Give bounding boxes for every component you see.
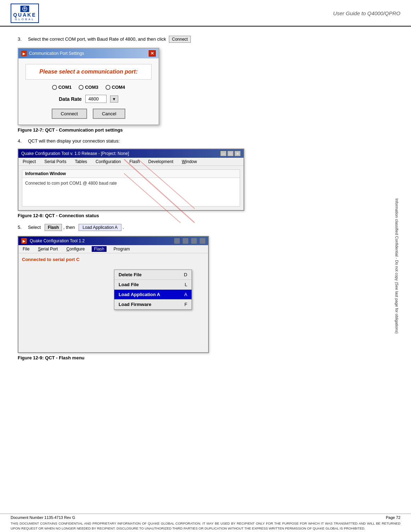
connect-inline-button[interactable]: Connect bbox=[169, 36, 191, 43]
figure-8-container: Quake Configuration Tool v. 1.0 Release … bbox=[18, 149, 393, 218]
delete-file-label: Delete File bbox=[119, 272, 142, 277]
radio-com1[interactable]: COM1 bbox=[52, 85, 72, 90]
dialog-buttons: Connect Cancel bbox=[25, 109, 152, 119]
load-file-label: Load File bbox=[119, 282, 139, 287]
figure-9-container: ▶ Quake Configuration Tool 1.2 File Seri… bbox=[18, 236, 393, 360]
load-application-button-inline[interactable]: Load Application A bbox=[79, 224, 121, 231]
dialog-prompt-box: Please select a communication port: bbox=[25, 64, 152, 80]
flash-menu-load-application[interactable]: Load Application A A bbox=[114, 290, 192, 300]
load-file-shortcut: L bbox=[185, 282, 187, 287]
menu2-serial-port[interactable]: Serial Port bbox=[36, 246, 59, 252]
flash-menu-load-firmware[interactable]: Load Firmware F bbox=[114, 300, 192, 310]
data-rate-dropdown[interactable]: ▼ bbox=[110, 96, 118, 103]
figure-8-caption: Figure 12-8: QCT - Connection status bbox=[18, 213, 393, 218]
step-3-text: Select the correct COM port, with Baud R… bbox=[28, 36, 166, 42]
menu-window[interactable]: Window bbox=[181, 159, 199, 164]
info-message: Connected to com port COM1 @ 4800 baud r… bbox=[25, 181, 117, 186]
minimize-button[interactable]: — bbox=[220, 151, 227, 156]
connected-text: Connected to serial port C bbox=[22, 257, 80, 262]
dialog-titlebar: ▶ Communication Port Settings ✕ bbox=[18, 48, 159, 58]
load-application-label: Load Application A bbox=[119, 292, 160, 297]
qct-flash-icon: ▶ bbox=[21, 238, 27, 244]
step-4-number: 4. bbox=[18, 138, 22, 144]
figure-7-container: ▶ Communication Port Settings ✕ Please s… bbox=[18, 48, 393, 133]
delete-file-shortcut: D bbox=[184, 272, 187, 277]
info-panel-title: Information Window bbox=[22, 170, 240, 178]
com-port-radio-row: COM1 COM3 COM4 bbox=[25, 85, 152, 90]
comm-dialog-cancel-button[interactable]: Cancel bbox=[93, 109, 125, 119]
step-5-period: . bbox=[123, 225, 124, 230]
comm-port-dialog: ▶ Communication Port Settings ✕ Please s… bbox=[18, 48, 159, 125]
step-5-number: 5. bbox=[18, 225, 22, 230]
dialog-title: Communication Port Settings bbox=[29, 51, 84, 56]
page-footer: Document Number 1135-4713 Rev G Page 72 … bbox=[0, 514, 411, 532]
menu2-configure[interactable]: Configure bbox=[65, 246, 86, 252]
menu-flash[interactable]: Flash bbox=[128, 159, 141, 164]
step-3-line: 3. Select the correct COM port, with Bau… bbox=[18, 36, 393, 43]
titlebar-icon-1 bbox=[174, 238, 180, 244]
menu-development[interactable]: Development bbox=[147, 159, 175, 164]
menu-configuration[interactable]: Configuration bbox=[94, 159, 122, 164]
flash-menu-delete-file[interactable]: Delete File D bbox=[114, 270, 192, 280]
flash-dropdown-menu: Delete File D Load File L Load Applicati… bbox=[114, 270, 192, 310]
quake-logo-icon bbox=[18, 6, 31, 12]
figure-9-caption: Figure 12-9: QCT - Flash menu bbox=[18, 355, 393, 360]
page-title: User Guide to Q4000/QPRO bbox=[333, 10, 400, 16]
flash-menu-load-file[interactable]: Load File L bbox=[114, 280, 192, 290]
radio-com3-circle[interactable] bbox=[79, 85, 84, 90]
doc-number: Document Number 1135-4713 Rev G bbox=[11, 515, 75, 520]
dialog-body: Please select a communication port: COM1… bbox=[18, 58, 159, 125]
qct-flash-menubar: File Serial Port Configure Flash Program bbox=[18, 245, 208, 253]
dialog-close-button[interactable]: ✕ bbox=[149, 50, 156, 57]
menu2-file[interactable]: File bbox=[21, 246, 31, 252]
radio-com4[interactable]: COM4 bbox=[105, 85, 125, 90]
qct-flash-window: ▶ Quake Configuration Tool 1.2 File Seri… bbox=[18, 236, 209, 353]
load-firmware-label: Load Firmware bbox=[119, 302, 151, 307]
comm-dialog-connect-button[interactable]: Connect bbox=[52, 109, 87, 119]
menu-tables[interactable]: Tables bbox=[73, 159, 89, 164]
logo-sub: GLOBAL bbox=[15, 18, 35, 21]
step-4-text: QCT will then display your connection st… bbox=[28, 138, 120, 144]
logo-area: QUAKE GLOBAL bbox=[11, 4, 39, 23]
figure-7-caption: Figure 12-7: QCT - Communication port se… bbox=[18, 127, 393, 133]
radio-com1-circle[interactable] bbox=[52, 85, 57, 90]
page-header: QUAKE GLOBAL User Guide to Q4000/QPRO bbox=[0, 0, 411, 27]
menu-project[interactable]: Project bbox=[21, 159, 37, 164]
qct-connection-window: Quake Configuration Tool v. 1.0 Release … bbox=[18, 149, 244, 211]
radio-com1-label: COM1 bbox=[58, 85, 72, 90]
info-panel: Information Window Connected to com port… bbox=[22, 169, 240, 207]
step-5-then-text: , then bbox=[63, 225, 75, 230]
titlebar-icon-2 bbox=[183, 238, 188, 244]
menu2-flash[interactable]: Flash bbox=[92, 246, 106, 252]
dialog-titlebar-left: ▶ Communication Port Settings bbox=[21, 51, 84, 56]
qct-flash-window-title: Quake Configuration Tool 1.2 bbox=[30, 238, 85, 243]
restore-button[interactable]: □ bbox=[227, 151, 234, 156]
page-number: Page 72 bbox=[386, 515, 400, 520]
footer-disclaimer: THIS DOCUMENT CONTAINS CONFIDENTIAL AND … bbox=[11, 521, 400, 531]
step-4-line: 4. QCT will then display your connection… bbox=[18, 138, 393, 144]
qct-window-title: Quake Configuration Tool v. 1.0 Release … bbox=[21, 151, 129, 156]
logo-box: QUAKE GLOBAL bbox=[11, 4, 39, 23]
radio-com3[interactable]: COM3 bbox=[79, 85, 98, 90]
main-content: 3. Select the correct COM port, with Bau… bbox=[0, 32, 411, 370]
menu-serial-ports[interactable]: Serial Ports bbox=[43, 159, 68, 164]
load-firmware-shortcut: F bbox=[184, 302, 187, 307]
step-5-select-text: Select bbox=[28, 225, 41, 230]
qct-flash-titlebar: ▶ Quake Configuration Tool 1.2 bbox=[18, 237, 208, 245]
info-panel-content: Connected to com port COM1 @ 4800 baud r… bbox=[22, 178, 240, 206]
step-5-line: 5. Select Flash , then Load Application … bbox=[18, 224, 393, 231]
close-button[interactable]: ✕ bbox=[234, 151, 241, 156]
data-rate-input[interactable] bbox=[85, 95, 107, 103]
flash-button-inline[interactable]: Flash bbox=[45, 224, 62, 231]
titlebar-icon-3 bbox=[191, 238, 197, 244]
dialog-prompt-text: Please select a communication port: bbox=[30, 69, 147, 75]
data-rate-label: Data Rate bbox=[59, 96, 82, 102]
titlebar-icon-4 bbox=[200, 238, 205, 244]
menu2-program[interactable]: Program bbox=[112, 246, 131, 252]
radio-com4-label: COM4 bbox=[112, 85, 125, 90]
step-3-number: 3. bbox=[18, 36, 22, 42]
qct-flash-body: Connected to serial port C bbox=[18, 253, 208, 266]
window-controls: — □ ✕ bbox=[220, 151, 241, 156]
radio-com4-circle[interactable] bbox=[105, 85, 110, 90]
footer-top-row: Document Number 1135-4713 Rev G Page 72 bbox=[11, 515, 400, 520]
